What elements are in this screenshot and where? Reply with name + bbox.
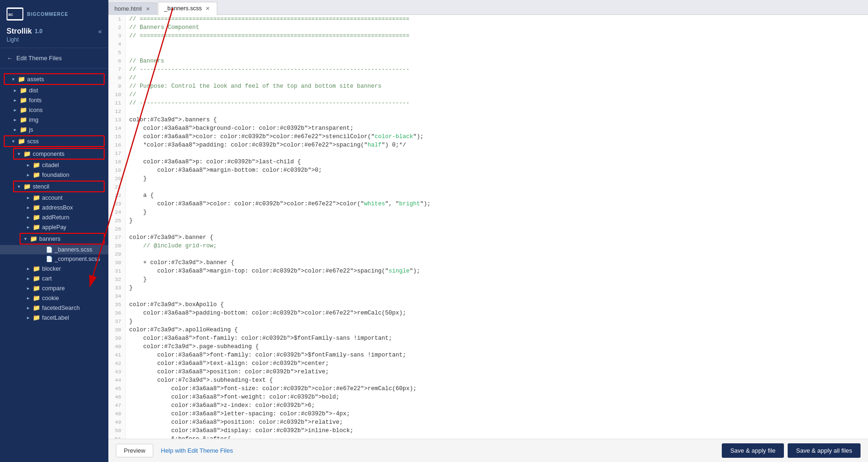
folder-icon: 📁 [20, 87, 27, 94]
code-editor[interactable]: 1// ====================================… [108, 15, 868, 439]
line-number: 30 [108, 259, 125, 267]
table-row: 25} [108, 217, 868, 225]
table-row: 47 color:#3a6aa8">z-index: color:#c0392b… [108, 401, 868, 410]
folder-foundation-label: foundation [42, 172, 69, 178]
help-link[interactable]: Help with Edit Theme Files [161, 447, 233, 454]
tab-banners-scss[interactable]: _banners.scss ✕ [158, 2, 217, 15]
line-code [125, 49, 868, 57]
table-row: 48 color:#3a6aa8">letter-spacing: color:… [108, 410, 868, 418]
line-code: } [125, 175, 868, 183]
line-code: color:#7c3a9d">.banners { [125, 116, 868, 124]
chevron-right-icon: ► [26, 196, 31, 200]
line-number: 6 [108, 57, 125, 65]
save-all-button[interactable]: Save & apply all files [788, 443, 861, 458]
close-tab-home-html[interactable]: ✕ [144, 6, 151, 12]
line-number: 47 [108, 401, 125, 410]
line-code: // -------------------------------------… [125, 99, 868, 107]
table-row: 43 color:#3a6aa8">position: color:#c0392… [108, 368, 868, 376]
line-number: 2 [108, 23, 125, 32]
line-code: // =====================================… [125, 32, 868, 40]
folder-icon: 📁 [20, 126, 27, 133]
folder-icons[interactable]: ► 📁 icons [0, 105, 108, 115]
folder-cookie[interactable]: ► 📁 cookie [0, 293, 108, 303]
line-number: 19 [108, 166, 125, 175]
edit-theme-section[interactable]: ← Edit Theme Files [0, 48, 108, 69]
table-row: 8// [108, 74, 868, 82]
line-code: } [125, 284, 868, 292]
edit-theme-link[interactable]: ← Edit Theme Files [7, 53, 102, 63]
line-code: color:#3a6aa8">position: color:#c0392b">… [125, 418, 868, 427]
table-row: 30 + color:#7c3a9d">.banner { [108, 259, 868, 267]
chevron-right-icon: ► [13, 108, 18, 112]
table-row: 31 color:#3a6aa8">margin-top: color:#c03… [108, 267, 868, 275]
bottom-bar: Preview Help with Edit Theme Files Save … [108, 439, 868, 462]
table-row: 36 color:#3a6aa8">padding-bottom: color:… [108, 309, 868, 317]
folder-citadel-label: citadel [42, 162, 59, 168]
save-file-button[interactable]: Save & apply file [722, 443, 784, 458]
folder-blocker-label: blocker [42, 266, 61, 272]
tab-home-html[interactable]: home.html ✕ [108, 2, 157, 15]
folder-addreturn[interactable]: ► 📁 addReturn [0, 212, 108, 222]
line-code [125, 183, 868, 191]
folder-assets[interactable]: ▼ 📁 assets [5, 74, 104, 84]
folder-dist-label: dist [29, 87, 38, 94]
table-row: 9// Purpose: Control the look and feel o… [108, 82, 868, 91]
chevron-right-icon: ► [26, 225, 31, 230]
table-row: 44 color:#7c3a9d">.subheading-text { [108, 376, 868, 385]
table-row: 19 color:#3a6aa8">margin-bottom: color:#… [108, 166, 868, 175]
line-number: 21 [108, 183, 125, 191]
folder-icon: 📁 [33, 204, 40, 211]
folder-addressbox[interactable]: ► 📁 addressBox [0, 203, 108, 212]
line-code: *color:#3a6aa8">padding: color:#c0392b">… [125, 141, 868, 149]
folder-blocker[interactable]: ► 📁 blocker [0, 264, 108, 273]
logo-text: BIGCOMMERCE [27, 12, 68, 17]
folder-cart[interactable]: ► 📁 cart [0, 273, 108, 283]
folder-dist[interactable]: ► 📁 dist [0, 85, 108, 95]
folder-fonts[interactable]: ► 📁 fonts [0, 95, 108, 105]
table-row: 29 [108, 250, 868, 259]
collapse-button[interactable]: « [98, 28, 102, 35]
folder-scss[interactable]: ▼ 📁 scss [5, 136, 104, 146]
close-tab-banners-scss[interactable]: ✕ [205, 5, 211, 12]
line-number: 43 [108, 368, 125, 376]
folder-img[interactable]: ► 📁 img [0, 115, 108, 125]
folder-banners[interactable]: ▼ 📁 banners [21, 234, 104, 244]
chevron-right-icon: ► [26, 286, 31, 291]
folder-citadel[interactable]: ► 📁 citadel [0, 160, 108, 170]
table-row: 21 [108, 183, 868, 191]
line-code: // Banners Component [125, 23, 868, 32]
folder-cart-label: cart [42, 275, 52, 282]
folder-components[interactable]: ▼ 📁 components [14, 149, 104, 159]
line-number: 49 [108, 418, 125, 427]
folder-facetlabel-label: facetLabel [42, 315, 69, 321]
table-row: 26 [108, 225, 868, 233]
folder-facetlabel[interactable]: ► 📁 facetLabel [0, 313, 108, 322]
file-banners-scss[interactable]: ► 📄 _banners.scss [0, 245, 108, 254]
line-code: // -------------------------------------… [125, 65, 868, 74]
line-number: 8 [108, 74, 125, 82]
folder-icon: 📁 [23, 183, 31, 190]
table-row: 50 color:#3a6aa8">display: color:#c0392b… [108, 427, 868, 435]
editor-tabs: home.html ✕ _banners.scss ✕ [108, 0, 868, 15]
folder-img-label: img [29, 117, 38, 123]
folder-compare[interactable]: ► 📁 compare [0, 283, 108, 293]
folder-applepay[interactable]: ► 📁 applePay [0, 222, 108, 232]
line-code: color:#3a6aa8">z-index: color:#c0392b">6… [125, 401, 868, 410]
folder-stencil[interactable]: ▼ 📁 stencil [14, 182, 104, 191]
preview-button[interactable]: Preview [116, 444, 153, 457]
line-number: 33 [108, 284, 125, 292]
folder-foundation[interactable]: ► 📁 foundation [0, 170, 108, 180]
line-code: // Banners [125, 57, 868, 65]
line-code: color:#7c3a9d">.page-subheading { [125, 343, 868, 351]
folder-scss-label: scss [27, 138, 39, 145]
folder-js[interactable]: ► 📁 js [0, 125, 108, 134]
folder-facetedsearch[interactable]: ► 📁 facetedSearch [0, 303, 108, 313]
line-code: color:#3a6aa8">background-color: color:#… [125, 124, 868, 133]
chevron-right-icon: ► [13, 88, 18, 93]
folder-account[interactable]: ► 📁 account [0, 193, 108, 203]
folder-js-label: js [29, 126, 33, 133]
folder-addreturn-label: addReturn [42, 214, 69, 221]
line-number: 38 [108, 326, 125, 334]
file-component-scss[interactable]: ► 📄 _component.scss [0, 254, 108, 264]
line-number: 1 [108, 15, 125, 23]
